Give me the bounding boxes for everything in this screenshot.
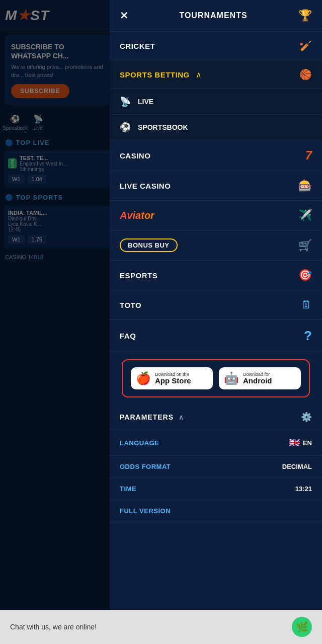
language-code: EN xyxy=(303,439,312,447)
time-value: 13:21 xyxy=(295,485,312,493)
appstore-text: Download on the App Store xyxy=(155,372,191,385)
live-signal-icon: 📡 xyxy=(120,96,131,107)
menu-item-live-casino[interactable]: LIVE CASINO 🎰 xyxy=(110,171,322,201)
android-button[interactable]: 🤖 Download for Android xyxy=(219,367,301,389)
drawer-header: ✕ TOURNAMENTS 🏆 xyxy=(110,0,322,32)
bonus-buy-label: BONUS BUY xyxy=(120,238,178,252)
casino-menu-label: CASINO xyxy=(120,151,150,160)
chevron-up-icon: ∧ xyxy=(196,70,202,79)
drawer-bottom-padding xyxy=(110,522,322,552)
sub-left-live: 📡 LIVE xyxy=(120,96,153,107)
download-section-wrapper: 🍎 Download on the App Store 🤖 Download f… xyxy=(110,352,322,405)
live-casino-label: LIVE CASINO xyxy=(120,182,171,190)
android-icon: 🤖 xyxy=(224,371,239,385)
param-full-version[interactable]: FULL VERSION xyxy=(110,500,322,522)
menu-item-bonus-buy[interactable]: BONUS BUY 🛒 xyxy=(110,230,322,261)
time-label: TIME xyxy=(120,485,136,493)
param-odds-format[interactable]: ODDS FORMAT DECIMAL xyxy=(110,456,322,478)
apple-icon: 🍎 xyxy=(136,371,151,385)
param-language[interactable]: LANGUAGE 🇬🇧 EN xyxy=(110,430,322,456)
toto-label: TOTO xyxy=(120,301,141,309)
drawer-title: TOURNAMENTS xyxy=(179,11,247,20)
parameters-header[interactable]: PARAMETERS ∧ ⚙️ xyxy=(110,405,322,430)
android-large: Android xyxy=(243,377,272,385)
menu-left-toto: TOTO xyxy=(120,301,141,309)
param-time[interactable]: TIME 13:21 xyxy=(110,478,322,500)
gb-flag-icon: 🇬🇧 xyxy=(289,437,300,448)
parameters-label: PARAMETERS xyxy=(120,413,174,421)
settings-icon: ⚙️ xyxy=(301,412,312,423)
chat-bubble[interactable]: 🌿 xyxy=(292,617,312,637)
language-value: 🇬🇧 EN xyxy=(289,437,312,448)
menu-left-sports: SPORTS BETTING ∧ xyxy=(120,70,202,79)
odds-format-label: ODDS FORMAT xyxy=(120,463,171,470)
menu-item-live[interactable]: 📡 LIVE xyxy=(110,89,322,115)
appstore-button[interactable]: 🍎 Download on the App Store xyxy=(131,367,213,389)
menu-item-cricket[interactable]: CRICKET 🏏 xyxy=(110,32,322,60)
menu-left-cricket: CRICKET xyxy=(120,42,155,50)
trophy-icon: 🏆 xyxy=(298,9,312,22)
menu-item-sportsbook[interactable]: ⚽ SPORTSBOOK xyxy=(110,115,322,140)
menu-item-sports-betting[interactable]: SPORTS BETTING ∧ 🏀 xyxy=(110,60,322,89)
parameters-chevron-icon: ∧ xyxy=(179,413,184,421)
live-label: LIVE xyxy=(138,98,153,106)
menu-item-aviator[interactable]: Aviator ✈️ xyxy=(110,201,322,230)
menu-left-aviator: Aviator xyxy=(120,210,154,221)
menu-left-faq: FAQ xyxy=(120,332,136,340)
odds-format-value: DECIMAL xyxy=(282,463,312,470)
appstore-large: App Store xyxy=(155,377,191,385)
casino-7-icon: 7 xyxy=(305,148,312,163)
cricket-label: CRICKET xyxy=(120,42,155,50)
menu-left-live-casino: LIVE CASINO xyxy=(120,182,171,190)
language-label: LANGUAGE xyxy=(120,439,159,447)
chat-bar[interactable]: Chat with us, we are online! 🌿 xyxy=(0,610,322,644)
params-left: PARAMETERS ∧ xyxy=(120,413,184,421)
menu-left-esports: ESPORTS xyxy=(120,271,157,280)
menu-left-casino: CASINO xyxy=(120,151,150,160)
basketball-icon: 🏀 xyxy=(299,68,312,80)
esports-label: ESPORTS xyxy=(120,271,157,280)
navigation-drawer: ✕ TOURNAMENTS 🏆 CRICKET 🏏 SPORTS BETTING… xyxy=(110,0,322,644)
cricket-icon: 🏏 xyxy=(299,40,312,52)
esports-icon: 🎯 xyxy=(298,269,312,282)
live-casino-icon: 🎰 xyxy=(298,179,312,192)
overlay-backdrop[interactable] xyxy=(0,0,116,644)
chat-text: Chat with us, we are online! xyxy=(10,623,97,631)
menu-item-casino[interactable]: CASINO 7 xyxy=(110,140,322,171)
close-button[interactable]: ✕ xyxy=(120,10,128,22)
aviator-label: Aviator xyxy=(120,210,154,221)
sports-betting-label: SPORTS BETTING xyxy=(120,70,190,79)
menu-item-toto[interactable]: TOTO 🗓 xyxy=(110,290,322,320)
faq-label: FAQ xyxy=(120,332,136,340)
toto-icon: 🗓 xyxy=(301,298,312,311)
android-text: Download for Android xyxy=(243,372,272,385)
download-section: 🍎 Download on the App Store 🤖 Download f… xyxy=(122,359,310,397)
sportsbook-label: SPORTSBOOK xyxy=(138,123,188,131)
sub-left-sportsbook: ⚽ SPORTSBOOK xyxy=(120,122,188,133)
airplane-icon: ✈️ xyxy=(298,209,312,222)
full-version-label: FULL VERSION xyxy=(120,507,171,515)
question-mark-icon: ? xyxy=(304,328,312,344)
cart-icon: 🛒 xyxy=(298,239,312,252)
menu-left-bonus: BONUS BUY xyxy=(120,238,178,252)
menu-item-esports[interactable]: ESPORTS 🎯 xyxy=(110,261,322,290)
menu-item-faq[interactable]: FAQ ? xyxy=(110,320,322,352)
sportsbook-ball-icon: ⚽ xyxy=(120,122,131,133)
chat-leaf-icon: 🌿 xyxy=(296,621,308,633)
